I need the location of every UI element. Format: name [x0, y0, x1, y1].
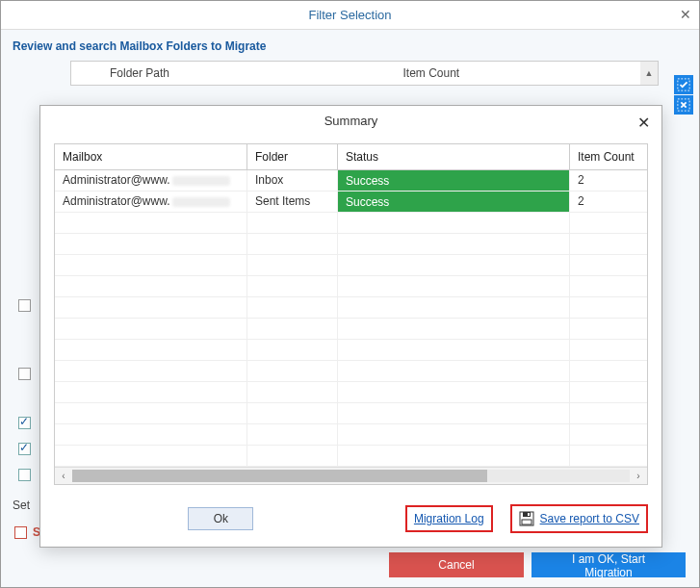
start-migration-button[interactable]: I am OK, Start Migration — [531, 552, 686, 577]
table-row-empty — [55, 276, 647, 297]
save-icon — [519, 511, 534, 526]
checkbox[interactable] — [18, 299, 31, 312]
grid-header: Mailbox Folder Status Item Count — [55, 144, 647, 170]
col-status[interactable]: Status — [338, 144, 570, 169]
mailbox-cell: Administrator@www. — [55, 192, 247, 212]
scroll-left-icon[interactable]: ‹ — [55, 468, 72, 484]
folder-cell: Sent Items — [247, 192, 338, 212]
cancel-button[interactable]: Cancel — [389, 552, 524, 577]
window-content: Review and search Mailbox Folders to Mig… — [1, 30, 699, 587]
folder-path-header: Folder Path — [71, 66, 365, 80]
grid-rows: Administrator@www.InboxSuccess2Administr… — [55, 170, 647, 467]
horizontal-scrollbar[interactable]: ‹ › — [55, 467, 647, 484]
table-row-empty — [55, 446, 647, 467]
table-row[interactable]: Administrator@www.Sent ItemsSuccess2 — [55, 192, 647, 213]
close-icon[interactable]: ✕ — [680, 7, 691, 22]
titlebar: Filter Selection ✕ — [1, 1, 699, 30]
set-label: Set — [13, 499, 30, 512]
summary-grid: Mailbox Folder Status Item Count Adminis… — [54, 143, 648, 485]
scroll-right-icon[interactable]: › — [630, 468, 647, 484]
status-cell: Success — [338, 170, 570, 191]
footer: Cancel I am OK, Start Migration — [1, 543, 699, 587]
col-mailbox[interactable]: Mailbox — [55, 144, 247, 169]
item-count-cell: 2 — [570, 170, 647, 191]
checkbox[interactable] — [18, 469, 31, 481]
table-row-empty — [55, 213, 647, 234]
ok-button[interactable]: Ok — [188, 507, 253, 530]
left-checkboxes-group1 — [18, 299, 31, 380]
left-checkboxes-group2 — [18, 417, 31, 481]
select-all-icon[interactable] — [674, 75, 693, 94]
modal-titlebar: Summary ✕ — [40, 106, 661, 136]
table-row-empty — [55, 424, 647, 446]
window-title: Filter Selection — [309, 8, 392, 22]
mailbox-cell: Administrator@www. — [55, 170, 247, 191]
summary-modal: Summary ✕ Mailbox Folder Status Item Cou… — [39, 105, 662, 548]
modal-title: Summary — [324, 114, 378, 128]
clear-all-icon[interactable] — [674, 95, 693, 115]
table-row-empty — [55, 319, 647, 340]
table-row-empty — [55, 403, 647, 424]
modal-actions: Ok Migration Log Save report to CSV — [40, 493, 661, 547]
status-cell: Success — [338, 192, 570, 212]
table-row[interactable]: Administrator@www.InboxSuccess2 — [55, 170, 647, 192]
skip-migrated-checkbox[interactable] — [14, 526, 27, 539]
scroll-up-icon[interactable]: ▲ — [640, 62, 658, 85]
save-csv-group: Save report to CSV — [510, 504, 648, 533]
checkbox[interactable] — [18, 417, 31, 429]
filter-selection-window: Filter Selection ✕ Review and search Mai… — [0, 0, 700, 588]
col-folder[interactable]: Folder — [247, 144, 338, 169]
migration-log-link[interactable]: Migration Log — [414, 512, 484, 525]
checkbox[interactable] — [18, 368, 31, 380]
close-icon[interactable]: ✕ — [637, 114, 650, 132]
select-chips — [674, 75, 693, 115]
table-row-empty — [55, 255, 647, 276]
table-row-empty — [55, 234, 647, 255]
col-item-count[interactable]: Item Count — [570, 144, 647, 169]
table-row-empty — [55, 297, 647, 319]
item-count-header: Item Count — [365, 66, 659, 80]
migration-log-group: Migration Log — [405, 505, 493, 532]
table-row-empty — [55, 361, 647, 382]
checkbox[interactable] — [18, 443, 31, 455]
save-csv-link[interactable]: Save report to CSV — [540, 512, 639, 525]
section-title: Review and search Mailbox Folders to Mig… — [13, 39, 687, 53]
modal-body: Mailbox Folder Status Item Count Adminis… — [40, 136, 661, 493]
table-row-empty — [55, 340, 647, 361]
item-count-cell: 2 — [570, 192, 647, 212]
svg-rect-5 — [528, 513, 530, 516]
table-row-empty — [55, 382, 647, 403]
folder-cell: Inbox — [247, 170, 338, 191]
scroll-thumb[interactable] — [72, 470, 487, 482]
folder-table-header: Folder Path Item Count ▲ — [70, 61, 659, 86]
